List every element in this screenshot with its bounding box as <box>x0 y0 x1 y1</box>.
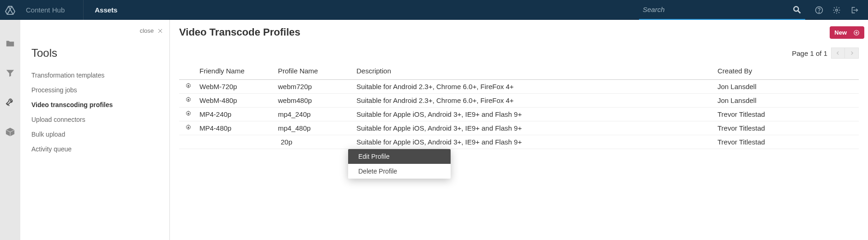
tool-item-transformation-templates[interactable]: Transformation templates <box>31 68 158 83</box>
top-bar: Content Hub Assets <box>0 0 868 20</box>
row-context-menu: Edit Profile Delete Profile <box>348 149 451 179</box>
tool-item-upload-connectors[interactable]: Upload connectors <box>31 112 158 127</box>
cell-description: Suitable for Android 2.3+, Chrome 6.0+, … <box>355 80 716 94</box>
pager <box>831 48 859 59</box>
ctx-delete-profile[interactable]: Delete Profile <box>348 164 451 179</box>
logout-icon[interactable] <box>850 6 859 15</box>
cell-profile: webm720p <box>276 80 355 94</box>
tool-item-video-transcoding-profiles[interactable]: Video transcoding profiles <box>31 97 158 112</box>
pager-prev-button[interactable] <box>831 48 845 59</box>
col-profile[interactable]: Profile Name <box>276 62 355 80</box>
cell-profile: webm480p <box>276 94 355 108</box>
table-row: 20p Suitable for Apple iOS, Android 3+, … <box>179 135 859 149</box>
page-info: Page 1 of 1 <box>792 49 827 57</box>
tools-panel: close Tools Transformation templates Pro… <box>20 20 170 240</box>
pager-next-button[interactable] <box>845 48 859 59</box>
search-wrap <box>639 0 805 20</box>
search-input[interactable] <box>643 6 792 13</box>
cell-profile: mp4_480p <box>276 121 355 135</box>
main-area: Video Transcode Profiles New Page 1 of 1 <box>170 20 868 240</box>
svg-point-4 <box>836 9 838 11</box>
col-created-by[interactable]: Created By <box>716 62 859 80</box>
cell-description: Suitable for Apple iOS, Android 3+, IE9+… <box>355 108 716 121</box>
package-icon[interactable] <box>5 127 15 137</box>
table-header-row: Friendly Name Profile Name Description C… <box>179 62 859 80</box>
cell-friendly: MP4-480p <box>198 121 276 135</box>
cell-created-by: Jon Lansdell <box>716 80 859 94</box>
svg-point-13 <box>187 126 189 128</box>
section-label[interactable]: Assets <box>84 6 117 14</box>
search-icon[interactable] <box>792 5 802 14</box>
svg-point-3 <box>819 12 819 12</box>
close-label: close <box>140 27 154 34</box>
cell-created-by: Trevor Titlestad <box>716 108 859 121</box>
table-row: MP4-480p mp4_480p Suitable for Apple iOS… <box>179 121 859 135</box>
cell-friendly: WebM-480p <box>198 94 276 108</box>
cell-description: Suitable for Android 2.3+, Chrome 6.0+, … <box>355 94 716 108</box>
app-logo-icon[interactable] <box>0 0 20 20</box>
brand-label[interactable]: Content Hub <box>20 0 84 20</box>
help-icon[interactable] <box>814 6 824 15</box>
filter-icon[interactable] <box>5 68 15 78</box>
svg-point-0 <box>794 6 798 11</box>
page-title: Video Transcode Profiles <box>179 26 859 38</box>
cell-created-by: Trevor Titlestad <box>716 121 859 135</box>
table-row: MP4-240p mp4_240p Suitable for Apple iOS… <box>179 108 859 121</box>
tools-title: Tools <box>31 47 158 60</box>
cell-friendly: 20p <box>198 135 276 149</box>
tool-item-bulk-upload[interactable]: Bulk upload <box>31 127 158 142</box>
tools-icon[interactable] <box>5 97 15 108</box>
new-button-label: New <box>834 29 847 36</box>
svg-point-11 <box>187 99 189 101</box>
table-row: WebM-480p webm480p Suitable for Android … <box>179 94 859 108</box>
settings-icon[interactable] <box>832 6 841 15</box>
row-menu-button[interactable] <box>179 80 198 94</box>
tool-item-processing-jobs[interactable]: Processing jobs <box>31 83 158 97</box>
svg-line-1 <box>798 11 801 13</box>
row-menu-button[interactable] <box>179 121 198 135</box>
profiles-table: Friendly Name Profile Name Description C… <box>179 62 859 149</box>
cell-created-by: Trevor Titlestad <box>716 135 859 149</box>
cell-created-by: Jon Lansdell <box>716 94 859 108</box>
new-button[interactable]: New <box>830 26 864 39</box>
svg-point-10 <box>187 85 189 87</box>
ctx-edit-profile[interactable]: Edit Profile <box>348 149 451 164</box>
col-description[interactable]: Description <box>355 62 716 80</box>
cell-description: Suitable for Apple iOS, Android 3+, IE9+… <box>355 121 716 135</box>
cell-profile: mp4_240p <box>276 108 355 121</box>
folder-icon[interactable] <box>5 38 15 48</box>
row-menu-button[interactable] <box>179 108 198 121</box>
svg-point-12 <box>187 113 189 114</box>
table-row: WebM-720p webm720p Suitable for Android … <box>179 80 859 94</box>
cell-friendly: MP4-240p <box>198 108 276 121</box>
cell-friendly: WebM-720p <box>198 80 276 94</box>
cell-description: Suitable for Apple iOS, Android 3+, IE9+… <box>355 135 716 149</box>
close-panel-button[interactable]: close <box>140 27 163 34</box>
tool-item-activity-queue[interactable]: Activity queue <box>31 142 158 156</box>
icon-rail <box>0 20 20 240</box>
col-friendly[interactable]: Friendly Name <box>198 62 276 80</box>
top-icons <box>805 6 868 15</box>
row-menu-button[interactable] <box>179 94 198 108</box>
